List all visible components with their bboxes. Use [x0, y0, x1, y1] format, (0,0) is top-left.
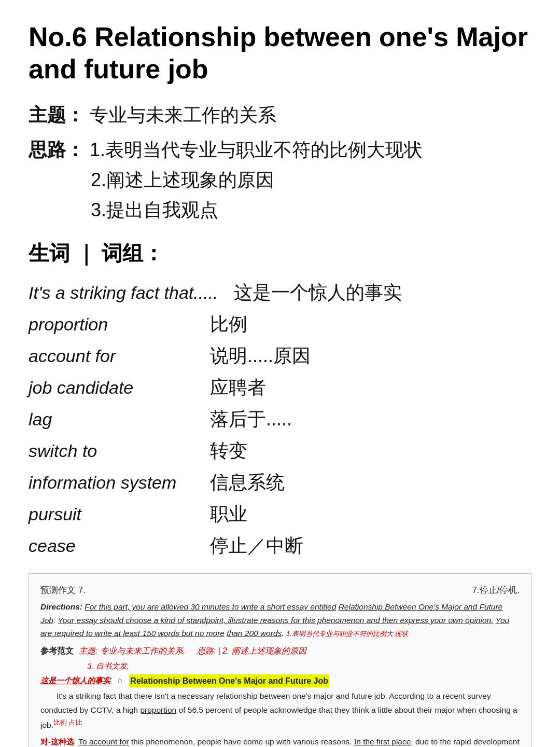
essay-title: Relationship Between One's Major and Fut…	[129, 674, 329, 688]
vocab-zh-6: 信息系统	[210, 470, 285, 495]
directions-text: For this part, you are allowed 30 minute…	[40, 602, 509, 638]
approach-line-2: 2.阐述上述现象的原因	[29, 165, 531, 195]
vocab-zh-2: 说明.....原因	[210, 343, 311, 369]
vocab-zh-8: 停止／中断	[210, 533, 303, 559]
vocab-en-5: switch to	[29, 441, 194, 461]
essay-title-row: 这是一个惊人的事实 b Relationship Between One's M…	[40, 674, 520, 688]
vocab-row: cease 停止／中断	[29, 530, 531, 562]
ref-approach3: 3. 自书文发,	[40, 660, 520, 672]
approach-line-1: 思路： 1.表明当代专业与职业不符的比例大现状	[29, 135, 531, 165]
approach-line-3: 3.提出自我观点	[29, 195, 531, 225]
theme-section: 主题： 专业与未来工作的关系	[29, 100, 531, 130]
theme-line: 主题： 专业与未来工作的关系	[29, 100, 531, 130]
approach-item-2: 2.阐述上述现象的原因	[91, 169, 274, 190]
doc-header: 预测作文 7. 7.停止/停机.	[40, 583, 520, 597]
vocab-en-6: information system	[29, 473, 194, 493]
vocab-row: proportion 比例	[29, 309, 531, 340]
vocab-row: It's a striking fact that..... 这是一个惊人的事实	[29, 277, 531, 309]
document-box: 预测作文 7. 7.停止/停机. Directions: For this pa…	[29, 573, 531, 747]
approach-section: 思路： 1.表明当代专业与职业不符的比例大现状 2.阐述上述现象的原因 3.提出…	[29, 135, 531, 225]
vocab-zh-1: 比例	[210, 312, 247, 337]
approach-item-1: 1.表明当代专业与职业不符的比例大现状	[90, 139, 423, 160]
directions-label: Directions:	[40, 602, 82, 611]
theme-text: 专业与未来工作的关系	[90, 104, 276, 126]
ref-label: 参考范文	[40, 644, 74, 658]
vocab-zh-4: 落后于.....	[210, 407, 292, 432]
vocab-list: It's a striking fact that..... 这是一个惊人的事实…	[29, 277, 531, 562]
essay-paragraph-2: 对-这种选 To account for this phenomenon, pe…	[40, 735, 520, 747]
vocab-header: 生词 ｜ 词组：	[29, 239, 531, 268]
vocab-row: information system 信息系统	[29, 467, 531, 499]
vocab-zh-3: 应聘者	[210, 375, 266, 400]
vocab-zh-5: 转变	[210, 438, 247, 464]
ref-theme: 主题: 专业与未来工作的关系. 思路: | 2. 阐述上述现象的原因	[79, 644, 306, 658]
essay-paragraph-1: It's a striking fact that there isn't a …	[40, 689, 520, 732]
approach-label: 思路：	[29, 139, 85, 160]
vocab-en-3: job candidate	[29, 378, 194, 398]
vocab-row: lag 落后于.....	[29, 404, 531, 435]
vocab-zh-0: 这是一个惊人的事实	[234, 280, 402, 306]
theme-label: 主题：	[29, 104, 85, 126]
vocab-zh-7: 职业	[210, 502, 247, 527]
approach-item-3: 3.提出自我观点	[91, 199, 218, 220]
doc-ref-line: 参考范文 主题: 专业与未来工作的关系. 思路: | 2. 阐述上述现象的原因	[40, 644, 520, 658]
vocab-en-8: cease	[29, 536, 194, 556]
vocab-row: job candidate 应聘者	[29, 372, 531, 404]
vocab-en-7: pursuit	[29, 504, 194, 524]
doc-header-right: 7.停止/停机.	[472, 583, 520, 597]
page-title: No.6 Relationship between one's Major an…	[29, 21, 531, 86]
doc-header-left: 预测作文 7.	[40, 583, 86, 597]
vocab-row: switch to 转变	[29, 435, 531, 467]
vocab-en-4: lag	[29, 409, 194, 430]
vocab-row: pursuit 职业	[29, 499, 531, 530]
striking-note: 这是一个惊人的事实	[40, 674, 110, 687]
vocab-en-1: proportion	[29, 314, 194, 335]
vocab-en-0: It's a striking fact that.....	[29, 283, 218, 303]
doc-directions: Directions: For this part, you are allow…	[40, 600, 520, 640]
vocab-row: account for 说明.....原因	[29, 340, 531, 372]
vocab-en-2: account for	[29, 346, 194, 366]
